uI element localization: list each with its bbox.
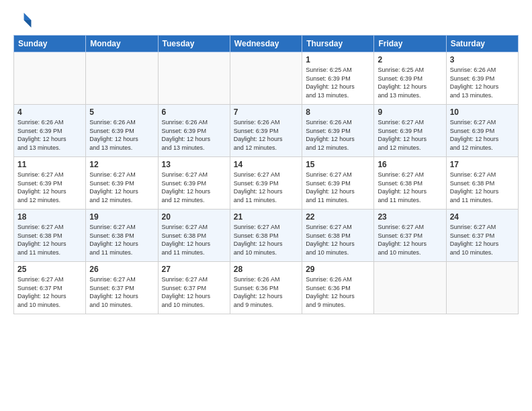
- day-info: Sunrise: 6:26 AM Sunset: 6:36 PM Dayligh…: [234, 275, 298, 309]
- calendar-header-monday: Monday: [86, 36, 158, 52]
- day-info: Sunrise: 6:27 AM Sunset: 6:39 PM Dayligh…: [162, 171, 226, 204]
- day-info: Sunrise: 6:27 AM Sunset: 6:38 PM Dayligh…: [306, 223, 370, 257]
- day-info: Sunrise: 6:26 AM Sunset: 6:39 PM Dayligh…: [17, 118, 82, 152]
- day-info: Sunrise: 6:27 AM Sunset: 6:39 PM Dayligh…: [450, 118, 515, 152]
- day-number: 16: [378, 160, 442, 169]
- logo-icon: [13, 11, 32, 30]
- calendar-day-cell: 9Sunrise: 6:27 AM Sunset: 6:39 PM Daylig…: [374, 105, 446, 157]
- day-info: Sunrise: 6:26 AM Sunset: 6:39 PM Dayligh…: [89, 118, 154, 152]
- calendar-day-cell: 20Sunrise: 6:27 AM Sunset: 6:38 PM Dayli…: [158, 210, 230, 262]
- calendar-day-cell: 15Sunrise: 6:27 AM Sunset: 6:39 PM Dayli…: [302, 157, 374, 210]
- calendar-header-sunday: Sunday: [14, 36, 86, 52]
- calendar-week-row: 1Sunrise: 6:25 AM Sunset: 6:39 PM Daylig…: [14, 52, 519, 105]
- calendar-day-cell: [158, 52, 230, 105]
- day-number: 28: [234, 265, 298, 274]
- calendar-header-tuesday: Tuesday: [158, 36, 230, 52]
- svg-marker-0: [24, 13, 32, 20]
- day-info: Sunrise: 6:26 AM Sunset: 6:39 PM Dayligh…: [162, 118, 226, 152]
- calendar-day-cell: 26Sunrise: 6:27 AM Sunset: 6:37 PM Dayli…: [86, 262, 158, 314]
- day-info: Sunrise: 6:27 AM Sunset: 6:37 PM Dayligh…: [378, 223, 442, 257]
- day-info: Sunrise: 6:27 AM Sunset: 6:38 PM Dayligh…: [17, 223, 82, 257]
- day-number: 8: [306, 107, 370, 117]
- day-info: Sunrise: 6:26 AM Sunset: 6:39 PM Dayligh…: [306, 118, 370, 152]
- calendar-day-cell: 11Sunrise: 6:27 AM Sunset: 6:39 PM Dayli…: [14, 157, 86, 210]
- svg-marker-1: [24, 20, 32, 28]
- day-number: 29: [306, 265, 370, 274]
- calendar-day-cell: 8Sunrise: 6:26 AM Sunset: 6:39 PM Daylig…: [302, 105, 374, 157]
- day-number: 13: [162, 160, 226, 169]
- day-info: Sunrise: 6:27 AM Sunset: 6:38 PM Dayligh…: [162, 223, 226, 257]
- day-number: 19: [89, 212, 154, 222]
- day-number: 22: [306, 212, 370, 222]
- day-info: Sunrise: 6:27 AM Sunset: 6:38 PM Dayligh…: [89, 223, 154, 257]
- day-info: Sunrise: 6:25 AM Sunset: 6:39 PM Dayligh…: [378, 66, 442, 99]
- day-number: 10: [450, 107, 515, 117]
- day-info: Sunrise: 6:27 AM Sunset: 6:37 PM Dayligh…: [450, 223, 515, 257]
- calendar-day-cell: 3Sunrise: 6:26 AM Sunset: 6:39 PM Daylig…: [446, 52, 518, 105]
- calendar-day-cell: 18Sunrise: 6:27 AM Sunset: 6:38 PM Dayli…: [14, 210, 86, 262]
- day-number: 26: [89, 265, 154, 274]
- day-info: Sunrise: 6:27 AM Sunset: 6:37 PM Dayligh…: [17, 275, 82, 309]
- header: [13, 11, 519, 30]
- calendar-day-cell: [14, 52, 86, 105]
- day-number: 7: [234, 107, 298, 117]
- calendar-day-cell: 12Sunrise: 6:27 AM Sunset: 6:39 PM Dayli…: [86, 157, 158, 210]
- calendar-day-cell: 4Sunrise: 6:26 AM Sunset: 6:39 PM Daylig…: [14, 105, 86, 157]
- calendar-day-cell: 23Sunrise: 6:27 AM Sunset: 6:37 PM Dayli…: [374, 210, 446, 262]
- calendar-day-cell: [86, 52, 158, 105]
- day-number: 4: [17, 107, 82, 117]
- day-info: Sunrise: 6:26 AM Sunset: 6:39 PM Dayligh…: [234, 118, 298, 152]
- calendar-week-row: 25Sunrise: 6:27 AM Sunset: 6:37 PM Dayli…: [14, 262, 519, 314]
- day-info: Sunrise: 6:27 AM Sunset: 6:38 PM Dayligh…: [234, 223, 298, 257]
- calendar-week-row: 4Sunrise: 6:26 AM Sunset: 6:39 PM Daylig…: [14, 105, 519, 157]
- calendar-day-cell: 16Sunrise: 6:27 AM Sunset: 6:38 PM Dayli…: [374, 157, 446, 210]
- day-number: 20: [162, 212, 226, 222]
- day-number: 9: [378, 107, 442, 117]
- calendar-day-cell: 2Sunrise: 6:25 AM Sunset: 6:39 PM Daylig…: [374, 52, 446, 105]
- calendar-header-friday: Friday: [374, 36, 446, 52]
- day-number: 21: [234, 212, 298, 222]
- day-info: Sunrise: 6:26 AM Sunset: 6:36 PM Dayligh…: [306, 275, 370, 309]
- day-info: Sunrise: 6:25 AM Sunset: 6:39 PM Dayligh…: [306, 66, 370, 99]
- calendar-table: SundayMondayTuesdayWednesdayThursdayFrid…: [13, 35, 519, 314]
- calendar-day-cell: 28Sunrise: 6:26 AM Sunset: 6:36 PM Dayli…: [230, 262, 302, 314]
- calendar-day-cell: 10Sunrise: 6:27 AM Sunset: 6:39 PM Dayli…: [446, 105, 518, 157]
- day-info: Sunrise: 6:27 AM Sunset: 6:39 PM Dayligh…: [234, 171, 298, 204]
- day-info: Sunrise: 6:27 AM Sunset: 6:37 PM Dayligh…: [89, 275, 154, 309]
- calendar-header-row: SundayMondayTuesdayWednesdayThursdayFrid…: [14, 36, 519, 52]
- calendar-day-cell: [446, 262, 518, 314]
- day-number: 25: [17, 265, 82, 274]
- calendar-header-saturday: Saturday: [446, 36, 518, 52]
- calendar-day-cell: 14Sunrise: 6:27 AM Sunset: 6:39 PM Dayli…: [230, 157, 302, 210]
- calendar-day-cell: 7Sunrise: 6:26 AM Sunset: 6:39 PM Daylig…: [230, 105, 302, 157]
- day-number: 12: [89, 160, 154, 169]
- day-number: 24: [450, 212, 515, 222]
- calendar-day-cell: 13Sunrise: 6:27 AM Sunset: 6:39 PM Dayli…: [158, 157, 230, 210]
- day-number: 1: [306, 55, 370, 64]
- calendar-day-cell: [230, 52, 302, 105]
- calendar-day-cell: [374, 262, 446, 314]
- day-number: 14: [234, 160, 298, 169]
- day-info: Sunrise: 6:26 AM Sunset: 6:39 PM Dayligh…: [450, 66, 515, 99]
- calendar-week-row: 11Sunrise: 6:27 AM Sunset: 6:39 PM Dayli…: [14, 157, 519, 210]
- day-number: 6: [162, 107, 226, 117]
- calendar-day-cell: 29Sunrise: 6:26 AM Sunset: 6:36 PM Dayli…: [302, 262, 374, 314]
- day-info: Sunrise: 6:27 AM Sunset: 6:39 PM Dayligh…: [89, 171, 154, 204]
- day-info: Sunrise: 6:27 AM Sunset: 6:38 PM Dayligh…: [378, 171, 442, 204]
- day-number: 18: [17, 212, 82, 222]
- calendar-day-cell: 21Sunrise: 6:27 AM Sunset: 6:38 PM Dayli…: [230, 210, 302, 262]
- day-info: Sunrise: 6:27 AM Sunset: 6:39 PM Dayligh…: [378, 118, 442, 152]
- day-number: 3: [450, 55, 515, 64]
- calendar-week-row: 18Sunrise: 6:27 AM Sunset: 6:38 PM Dayli…: [14, 210, 519, 262]
- day-number: 11: [17, 160, 82, 169]
- calendar-day-cell: 27Sunrise: 6:27 AM Sunset: 6:37 PM Dayli…: [158, 262, 230, 314]
- page: SundayMondayTuesdayWednesdayThursdayFrid…: [0, 0, 532, 411]
- calendar-day-cell: 22Sunrise: 6:27 AM Sunset: 6:38 PM Dayli…: [302, 210, 374, 262]
- calendar-header-wednesday: Wednesday: [230, 36, 302, 52]
- calendar-header-thursday: Thursday: [302, 36, 374, 52]
- day-number: 5: [89, 107, 154, 117]
- calendar-day-cell: 25Sunrise: 6:27 AM Sunset: 6:37 PM Dayli…: [14, 262, 86, 314]
- day-number: 15: [306, 160, 370, 169]
- calendar-day-cell: 17Sunrise: 6:27 AM Sunset: 6:38 PM Dayli…: [446, 157, 518, 210]
- day-number: 23: [378, 212, 442, 222]
